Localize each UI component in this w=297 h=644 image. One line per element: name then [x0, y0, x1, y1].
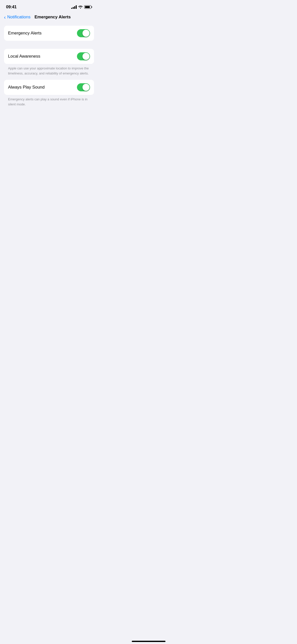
back-chevron-icon: ‹ [4, 15, 6, 20]
local-awareness-footer: Apple can use your approximate location … [4, 64, 94, 80]
local-awareness-row: Local Awareness [4, 49, 94, 64]
always-play-sound-label: Always Play Sound [8, 85, 45, 90]
signal-icon [71, 5, 77, 9]
always-play-sound-toggle[interactable] [77, 83, 90, 91]
local-awareness-label: Local Awareness [8, 54, 40, 59]
status-bar: 09:41 [0, 0, 98, 13]
local-awareness-section: Local Awareness Apple can use your appro… [4, 49, 94, 111]
section-card: Local Awareness [4, 49, 94, 64]
back-label: Notifications [7, 15, 31, 20]
settings-content: Emergency Alerts Local Awareness Apple c… [0, 24, 98, 119]
emergency-alerts-toggle[interactable] [77, 29, 90, 37]
nav-header: ‹ Notifications Emergency Alerts [0, 13, 98, 24]
status-icons [71, 5, 92, 9]
emergency-alerts-label: Emergency Alerts [8, 31, 41, 36]
toggle-knob-3 [82, 84, 90, 91]
always-play-sound-card: Always Play Sound [4, 80, 94, 95]
toggle-knob [82, 30, 90, 37]
always-play-sound-footer: Emergency alerts can play a sound even i… [4, 95, 94, 111]
emergency-alerts-group: Emergency Alerts [4, 26, 94, 41]
back-button[interactable]: ‹ Notifications [4, 15, 30, 20]
toggle-knob-2 [82, 53, 90, 60]
always-play-sound-row: Always Play Sound [4, 80, 94, 95]
battery-icon [84, 5, 92, 9]
status-time: 09:41 [6, 5, 17, 10]
page-title: Emergency Alerts [34, 15, 71, 20]
emergency-alerts-row: Emergency Alerts [4, 26, 94, 41]
wifi-icon [78, 5, 83, 9]
local-awareness-toggle[interactable] [77, 52, 90, 60]
